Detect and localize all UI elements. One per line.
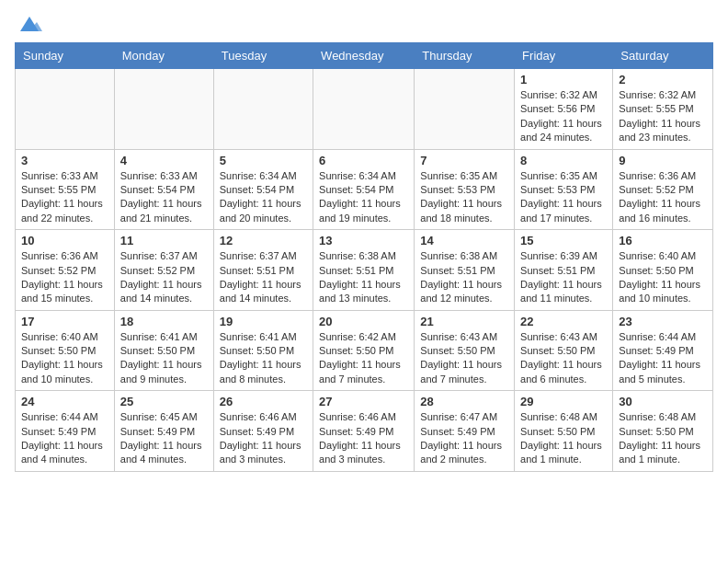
day-number: 16: [619, 234, 707, 247]
col-saturday: Saturday: [613, 43, 713, 69]
day-info: Sunrise: 6:35 AMSunset: 5:53 PMDaylight:…: [520, 169, 607, 226]
day-info: Sunrise: 6:46 AMSunset: 5:49 PMDaylight:…: [319, 410, 408, 467]
calendar-cell: 23Sunrise: 6:44 AMSunset: 5:49 PMDayligh…: [613, 310, 713, 391]
day-number: 8: [520, 154, 607, 167]
day-info: Sunrise: 6:41 AMSunset: 5:50 PMDaylight:…: [220, 330, 307, 387]
calendar-cell: 8Sunrise: 6:35 AMSunset: 5:53 PMDaylight…: [515, 149, 613, 230]
day-info: Sunrise: 6:34 AMSunset: 5:54 PMDaylight:…: [319, 169, 408, 226]
day-number: 12: [220, 234, 307, 247]
calendar-week-row: 17Sunrise: 6:40 AMSunset: 5:50 PMDayligh…: [16, 310, 713, 391]
calendar-cell: [415, 69, 515, 150]
calendar-cell: [213, 69, 313, 150]
day-number: 4: [120, 154, 208, 167]
day-number: 9: [619, 154, 707, 167]
day-info: Sunrise: 6:43 AMSunset: 5:50 PMDaylight:…: [520, 330, 607, 387]
day-number: 20: [319, 315, 408, 328]
day-number: 14: [420, 234, 508, 247]
calendar-cell: 5Sunrise: 6:34 AMSunset: 5:54 PMDaylight…: [213, 149, 313, 230]
logo: [15, 15, 44, 31]
calendar-table: Sunday Monday Tuesday Wednesday Thursday…: [15, 42, 713, 472]
day-number: 13: [319, 234, 408, 247]
day-info: Sunrise: 6:41 AMSunset: 5:50 PMDaylight:…: [120, 330, 208, 387]
calendar-cell: 2Sunrise: 6:32 AMSunset: 5:55 PMDaylight…: [613, 69, 713, 150]
day-info: Sunrise: 6:36 AMSunset: 5:52 PMDaylight:…: [21, 249, 108, 306]
day-info: Sunrise: 6:32 AMSunset: 5:56 PMDaylight:…: [520, 88, 607, 145]
day-info: Sunrise: 6:40 AMSunset: 5:50 PMDaylight:…: [619, 249, 707, 306]
day-info: Sunrise: 6:32 AMSunset: 5:55 PMDaylight:…: [619, 88, 707, 145]
calendar-cell: 18Sunrise: 6:41 AMSunset: 5:50 PMDayligh…: [114, 310, 213, 391]
day-number: 25: [120, 395, 208, 408]
day-number: 19: [220, 315, 307, 328]
day-number: 3: [21, 154, 108, 167]
calendar-cell: 6Sunrise: 6:34 AMSunset: 5:54 PMDaylight…: [313, 149, 415, 230]
day-info: Sunrise: 6:44 AMSunset: 5:49 PMDaylight:…: [21, 410, 108, 467]
calendar-cell: 9Sunrise: 6:36 AMSunset: 5:52 PMDaylight…: [613, 149, 713, 230]
calendar-cell: 26Sunrise: 6:46 AMSunset: 5:49 PMDayligh…: [213, 391, 313, 472]
col-sunday: Sunday: [16, 43, 115, 69]
calendar-cell: 17Sunrise: 6:40 AMSunset: 5:50 PMDayligh…: [16, 310, 115, 391]
calendar-cell: 28Sunrise: 6:47 AMSunset: 5:49 PMDayligh…: [415, 391, 515, 472]
day-number: 18: [120, 315, 208, 328]
day-number: 26: [220, 395, 307, 408]
calendar-cell: 7Sunrise: 6:35 AMSunset: 5:53 PMDaylight…: [415, 149, 515, 230]
calendar-cell: 27Sunrise: 6:46 AMSunset: 5:49 PMDayligh…: [313, 391, 415, 472]
calendar-week-row: 24Sunrise: 6:44 AMSunset: 5:49 PMDayligh…: [16, 391, 713, 472]
day-info: Sunrise: 6:43 AMSunset: 5:50 PMDaylight:…: [420, 330, 508, 387]
day-number: 15: [520, 234, 607, 247]
col-monday: Monday: [114, 43, 213, 69]
day-info: Sunrise: 6:39 AMSunset: 5:51 PMDaylight:…: [520, 249, 607, 306]
calendar-cell: 22Sunrise: 6:43 AMSunset: 5:50 PMDayligh…: [515, 310, 613, 391]
day-number: 1: [520, 73, 607, 86]
calendar-cell: 14Sunrise: 6:38 AMSunset: 5:51 PMDayligh…: [415, 230, 515, 311]
day-info: Sunrise: 6:38 AMSunset: 5:51 PMDaylight:…: [420, 249, 508, 306]
day-info: Sunrise: 6:33 AMSunset: 5:55 PMDaylight:…: [21, 169, 108, 226]
day-info: Sunrise: 6:48 AMSunset: 5:50 PMDaylight:…: [520, 410, 607, 467]
day-info: Sunrise: 6:46 AMSunset: 5:49 PMDaylight:…: [220, 410, 307, 467]
day-number: 30: [619, 395, 707, 408]
day-number: 10: [21, 234, 108, 247]
col-tuesday: Tuesday: [213, 43, 313, 69]
calendar-cell: 13Sunrise: 6:38 AMSunset: 5:51 PMDayligh…: [313, 230, 415, 311]
day-info: Sunrise: 6:37 AMSunset: 5:51 PMDaylight:…: [220, 249, 307, 306]
day-number: 27: [319, 395, 408, 408]
calendar-cell: 10Sunrise: 6:36 AMSunset: 5:52 PMDayligh…: [16, 230, 115, 311]
calendar-cell: 24Sunrise: 6:44 AMSunset: 5:49 PMDayligh…: [16, 391, 115, 472]
day-number: 5: [220, 154, 307, 167]
calendar-cell: 21Sunrise: 6:43 AMSunset: 5:50 PMDayligh…: [415, 310, 515, 391]
calendar-week-row: 10Sunrise: 6:36 AMSunset: 5:52 PMDayligh…: [16, 230, 713, 311]
day-info: Sunrise: 6:33 AMSunset: 5:54 PMDaylight:…: [120, 169, 208, 226]
calendar-cell: 12Sunrise: 6:37 AMSunset: 5:51 PMDayligh…: [213, 230, 313, 311]
calendar-week-row: 1Sunrise: 6:32 AMSunset: 5:56 PMDaylight…: [16, 69, 713, 150]
calendar-cell: 1Sunrise: 6:32 AMSunset: 5:56 PMDaylight…: [515, 69, 613, 150]
calendar-header-row: Sunday Monday Tuesday Wednesday Thursday…: [16, 43, 713, 69]
day-info: Sunrise: 6:45 AMSunset: 5:49 PMDaylight:…: [120, 410, 208, 467]
logo-icon: [17, 15, 42, 35]
day-info: Sunrise: 6:38 AMSunset: 5:51 PMDaylight:…: [319, 249, 408, 306]
col-friday: Friday: [515, 43, 613, 69]
day-number: 11: [120, 234, 208, 247]
calendar-cell: 11Sunrise: 6:37 AMSunset: 5:52 PMDayligh…: [114, 230, 213, 311]
col-thursday: Thursday: [415, 43, 515, 69]
day-info: Sunrise: 6:40 AMSunset: 5:50 PMDaylight:…: [21, 330, 108, 387]
day-info: Sunrise: 6:36 AMSunset: 5:52 PMDaylight:…: [619, 169, 707, 226]
page: Sunday Monday Tuesday Wednesday Thursday…: [0, 0, 728, 487]
day-info: Sunrise: 6:34 AMSunset: 5:54 PMDaylight:…: [220, 169, 307, 226]
header: [15, 15, 713, 31]
day-number: 29: [520, 395, 607, 408]
day-number: 28: [420, 395, 508, 408]
calendar-cell: 20Sunrise: 6:42 AMSunset: 5:50 PMDayligh…: [313, 310, 415, 391]
calendar-cell: 25Sunrise: 6:45 AMSunset: 5:49 PMDayligh…: [114, 391, 213, 472]
day-number: 23: [619, 315, 707, 328]
calendar-cell: 4Sunrise: 6:33 AMSunset: 5:54 PMDaylight…: [114, 149, 213, 230]
day-number: 24: [21, 395, 108, 408]
day-info: Sunrise: 6:37 AMSunset: 5:52 PMDaylight:…: [120, 249, 208, 306]
day-info: Sunrise: 6:47 AMSunset: 5:49 PMDaylight:…: [420, 410, 508, 467]
calendar-cell: 16Sunrise: 6:40 AMSunset: 5:50 PMDayligh…: [613, 230, 713, 311]
day-number: 6: [319, 154, 408, 167]
day-number: 22: [520, 315, 607, 328]
col-wednesday: Wednesday: [313, 43, 415, 69]
day-info: Sunrise: 6:44 AMSunset: 5:49 PMDaylight:…: [619, 330, 707, 387]
calendar-cell: 29Sunrise: 6:48 AMSunset: 5:50 PMDayligh…: [515, 391, 613, 472]
day-number: 17: [21, 315, 108, 328]
calendar-cell: 3Sunrise: 6:33 AMSunset: 5:55 PMDaylight…: [16, 149, 115, 230]
